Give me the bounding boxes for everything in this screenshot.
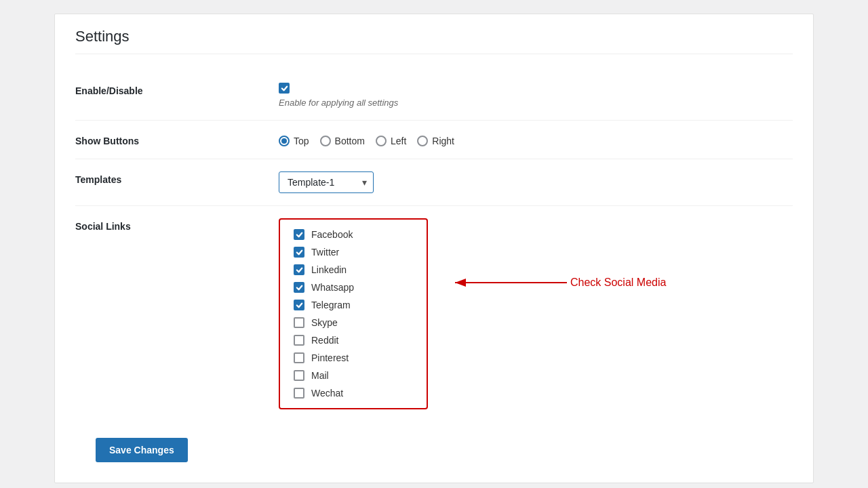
social-skype[interactable]: Skype (294, 317, 413, 328)
page-container: Settings Enable/Disable Enable for apply… (0, 0, 868, 488)
social-links-box: Facebook Twitter (279, 218, 428, 409)
radio-bottom-outer (320, 136, 331, 146)
radio-right-outer (417, 136, 428, 146)
radio-top-inner (281, 138, 287, 144)
enable-disable-checkbox[interactable] (279, 83, 290, 94)
twitter-checkbox[interactable] (294, 247, 304, 258)
radio-top-outer (279, 136, 290, 146)
radio-right-label: Right (432, 136, 454, 146)
social-facebook[interactable]: Facebook (294, 229, 413, 240)
facebook-checkbox[interactable] (294, 229, 304, 240)
save-changes-button[interactable]: Save Changes (96, 438, 188, 462)
enable-disable-label: Enable/Disable (75, 83, 279, 96)
radio-top[interactable]: Top (279, 136, 309, 146)
radio-group: Top Bottom Left Right (279, 133, 793, 146)
settings-card: Settings Enable/Disable Enable for apply… (54, 14, 814, 483)
twitter-check-icon (296, 249, 303, 256)
template-select-wrapper: Template-1 Template-2 Template-3 ▾ (279, 171, 374, 193)
telegram-check-icon (296, 302, 303, 309)
facebook-check-icon (296, 231, 303, 239)
social-twitter[interactable]: Twitter (294, 247, 413, 258)
radio-left-label: Left (391, 136, 406, 146)
social-links-label: Social Links (75, 218, 279, 232)
whatsapp-check-icon (296, 284, 303, 291)
show-buttons-row: Show Buttons Top Bottom Le (75, 121, 793, 159)
telegram-checkbox[interactable] (294, 300, 304, 310)
radio-right[interactable]: Right (417, 136, 454, 146)
radio-left[interactable]: Left (376, 136, 406, 146)
wechat-checkbox[interactable] (294, 388, 304, 399)
whatsapp-label: Whatsapp (311, 282, 354, 293)
pinterest-checkbox[interactable] (294, 352, 304, 363)
annotation-text: Check Social Media (570, 277, 666, 289)
wechat-label: Wechat (311, 388, 343, 399)
social-links-row: Social Links Facebook (75, 206, 793, 422)
linkedin-label: Linkedin (311, 264, 347, 275)
skype-checkbox[interactable] (294, 317, 304, 328)
linkedin-checkbox[interactable] (294, 264, 304, 275)
enable-disable-control: Enable for applying all settings (279, 83, 793, 108)
social-telegram[interactable]: Telegram (294, 300, 413, 310)
reddit-checkbox[interactable] (294, 335, 304, 346)
annotation-container: Check Social Media (441, 218, 666, 293)
reddit-label: Reddit (311, 335, 338, 346)
checkmark-icon (281, 85, 288, 92)
social-mail[interactable]: Mail (294, 370, 413, 381)
pinterest-label: Pinterest (311, 352, 349, 363)
radio-bottom[interactable]: Bottom (320, 136, 365, 146)
templates-control: Template-1 Template-2 Template-3 ▾ (279, 171, 793, 193)
social-pinterest[interactable]: Pinterest (294, 352, 413, 363)
page-title: Settings (75, 28, 793, 54)
skype-label: Skype (311, 317, 338, 328)
templates-row: Templates Template-1 Template-2 Template… (75, 159, 793, 206)
templates-label: Templates (75, 171, 279, 185)
radio-left-outer (376, 136, 387, 146)
show-buttons-label: Show Buttons (75, 133, 279, 146)
radio-bottom-label: Bottom (335, 136, 365, 146)
whatsapp-checkbox[interactable] (294, 282, 304, 293)
radio-top-label: Top (294, 136, 309, 146)
social-whatsapp[interactable]: Whatsapp (294, 282, 413, 293)
show-buttons-control: Top Bottom Left Right (279, 133, 793, 146)
mail-label: Mail (311, 370, 329, 381)
enable-disable-row: Enable/Disable Enable for applying all s… (75, 70, 793, 121)
template-select[interactable]: Template-1 Template-2 Template-3 (279, 171, 374, 193)
social-links-control: Facebook Twitter (279, 218, 793, 409)
telegram-label: Telegram (311, 300, 351, 310)
social-reddit[interactable]: Reddit (294, 335, 413, 346)
enable-description: Enable for applying all settings (279, 98, 793, 108)
social-linkedin[interactable]: Linkedin (294, 264, 413, 275)
linkedin-check-icon (296, 266, 303, 274)
social-wechat[interactable]: Wechat (294, 388, 413, 399)
mail-checkbox[interactable] (294, 370, 304, 381)
twitter-label: Twitter (311, 247, 339, 258)
facebook-label: Facebook (311, 229, 353, 240)
arrow-icon (448, 272, 570, 293)
